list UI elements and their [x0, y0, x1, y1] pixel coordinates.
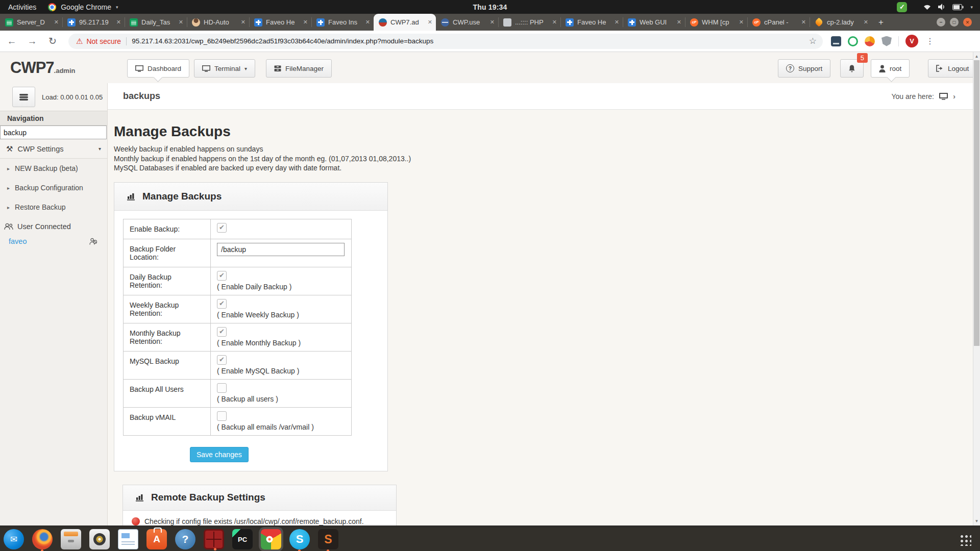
- tab-close-icon[interactable]: [116, 19, 121, 26]
- backup-vmail-checkbox[interactable]: [217, 411, 227, 421]
- browser-tab[interactable]: 95.217.19: [62, 14, 125, 31]
- browser-tab-active[interactable]: CWP7.ad: [374, 14, 436, 31]
- scroll-down-arrow-icon[interactable]: ▼: [973, 519, 980, 523]
- save-changes-button[interactable]: Save changes: [190, 447, 249, 462]
- breadcrumb: You are here:: [891, 92, 980, 101]
- tab-close-icon[interactable]: [365, 19, 370, 26]
- user-connected-header: User Connected: [0, 219, 107, 234]
- tab-close-icon[interactable]: [552, 19, 557, 26]
- browser-tab[interactable]: ...:::: PHP: [498, 14, 560, 31]
- terminal-icon[interactable]: [204, 529, 224, 549]
- extension-icon[interactable]: [881, 36, 892, 46]
- browser-tab[interactable]: Faveo He: [560, 14, 623, 31]
- sidebar-item-new-backup[interactable]: NEW Backup (beta): [0, 159, 107, 178]
- cwp-logo[interactable]: CWP7.admin: [10, 59, 75, 77]
- ubuntu-software-icon[interactable]: A: [146, 529, 167, 549]
- browser-tab[interactable]: cPcPanel -: [747, 14, 810, 31]
- rhythmbox-icon[interactable]: [89, 529, 110, 549]
- browser-tab[interactable]: Web GUI: [623, 14, 685, 31]
- window-close-button[interactable]: [963, 18, 972, 27]
- browser-tab[interactable]: cp-2.lady: [810, 14, 872, 31]
- scroll-up-arrow-icon[interactable]: ▲: [973, 54, 980, 59]
- window-minimize-button[interactable]: [937, 18, 945, 27]
- files-icon[interactable]: [61, 529, 81, 549]
- sidebar-search-input[interactable]: [0, 126, 107, 139]
- server-load-button[interactable]: [12, 87, 35, 107]
- mysql-backup-checkbox[interactable]: [217, 355, 227, 365]
- sublime-text-icon[interactable]: S: [318, 529, 338, 549]
- forward-button[interactable]: →: [23, 33, 41, 50]
- profile-avatar[interactable]: V: [905, 35, 918, 47]
- wifi-icon[interactable]: [923, 4, 932, 10]
- bookmark-star-icon[interactable]: [809, 36, 817, 46]
- tab-close-icon[interactable]: [801, 19, 806, 26]
- cpanel-icon: cP: [752, 18, 761, 27]
- tab-close-icon[interactable]: [615, 19, 619, 26]
- user-button[interactable]: root: [871, 59, 910, 78]
- new-tab-button[interactable]: +: [872, 14, 890, 31]
- chrome-icon[interactable]: [261, 529, 281, 549]
- support-button[interactable]: Support: [778, 59, 830, 78]
- scrollbar-thumb[interactable]: [974, 60, 979, 346]
- tab-close-icon[interactable]: [739, 19, 744, 26]
- divider: [898, 36, 899, 46]
- browser-tab[interactable]: Daily_Tas: [125, 14, 187, 31]
- backup-folder-input[interactable]: [217, 243, 345, 256]
- tab-close-icon[interactable]: [677, 19, 681, 26]
- firefox-icon[interactable]: [32, 529, 53, 549]
- browser-tab[interactable]: Faveo He: [249, 14, 311, 31]
- window-maximize-button[interactable]: [950, 18, 959, 27]
- browser-tab[interactable]: cPWHM [cp: [685, 14, 747, 31]
- tab-close-icon[interactable]: [54, 19, 59, 26]
- battery-icon[interactable]: [952, 4, 964, 10]
- volume-icon[interactable]: [938, 4, 946, 10]
- tab-close-icon[interactable]: [428, 19, 432, 26]
- filemanager-button[interactable]: FileManager: [266, 59, 332, 78]
- help-icon[interactable]: ?: [175, 529, 195, 549]
- security-label[interactable]: Not secure: [86, 37, 121, 45]
- user-link[interactable]: faveo: [9, 237, 27, 245]
- table-row: Daily Backup Retention: ( Enable Daily B…: [124, 267, 352, 295]
- sidebar-item-restore-backup[interactable]: Restore Backup: [0, 197, 107, 217]
- address-bar[interactable]: ⚠ Not secure 95.217.14.63:2031/cwp_6b249…: [68, 34, 823, 49]
- url-text[interactable]: 95.217.14.63:2031/cwp_6b249ebf2596dc2ad5…: [132, 37, 809, 45]
- terminal-button[interactable]: Terminal ▾: [194, 59, 255, 78]
- browser-tab[interactable]: Faveo Ins: [311, 14, 374, 31]
- show-applications-icon[interactable]: [959, 534, 971, 546]
- notifier-check-icon[interactable]: ✓: [897, 2, 907, 12]
- tab-close-icon[interactable]: [241, 19, 246, 26]
- browser-tab[interactable]: Server_D: [0, 14, 62, 31]
- browser-menu-icon[interactable]: [925, 36, 941, 46]
- skype-icon[interactable]: S: [289, 529, 310, 549]
- enable-backup-checkbox[interactable]: [217, 223, 227, 233]
- tab-close-icon[interactable]: [490, 19, 495, 26]
- extension-icon[interactable]: [865, 36, 875, 46]
- disconnect-user-icon[interactable]: [89, 238, 97, 245]
- clock[interactable]: Thu 19:34: [0, 3, 980, 11]
- monthly-retention-checkbox[interactable]: [217, 327, 227, 337]
- thunderbird-icon[interactable]: [4, 529, 24, 549]
- back-button[interactable]: ←: [3, 33, 20, 50]
- reload-button[interactable]: ↻: [44, 33, 61, 50]
- weekly-retention-checkbox[interactable]: [217, 299, 227, 309]
- browser-tab[interactable]: HD-Auto: [187, 14, 249, 31]
- sidebar-item-backup-configuration[interactable]: Backup Configuration: [0, 178, 107, 197]
- pycharm-icon[interactable]: PC: [232, 529, 253, 549]
- dashboard-button[interactable]: Dashboard: [127, 59, 189, 78]
- backup-all-users-checkbox[interactable]: [217, 383, 227, 393]
- tab-close-icon[interactable]: [303, 19, 308, 26]
- page-scrollbar[interactable]: ▲ ▼: [973, 52, 980, 525]
- browser-toolbar: ← → ↻ ⚠ Not secure 95.217.14.63:2031/cwp…: [0, 31, 980, 52]
- home-monitor-icon[interactable]: [939, 92, 948, 100]
- extension-icon[interactable]: [831, 36, 841, 46]
- libreoffice-writer-icon[interactable]: [118, 529, 138, 549]
- extension-icon[interactable]: [848, 36, 858, 46]
- daily-retention-checkbox[interactable]: [217, 271, 227, 281]
- tab-close-icon[interactable]: [179, 19, 183, 26]
- logout-button[interactable]: Logout: [928, 59, 977, 78]
- notifications-button[interactable]: 5: [840, 59, 864, 78]
- system-menu-caret-icon[interactable]: ▾: [970, 5, 973, 10]
- tab-close-icon[interactable]: [864, 19, 868, 26]
- browser-tab[interactable]: CWP.use: [436, 14, 498, 31]
- sidebar-item-cwp-settings[interactable]: ⚒ CWP Settings ▾: [0, 139, 107, 159]
